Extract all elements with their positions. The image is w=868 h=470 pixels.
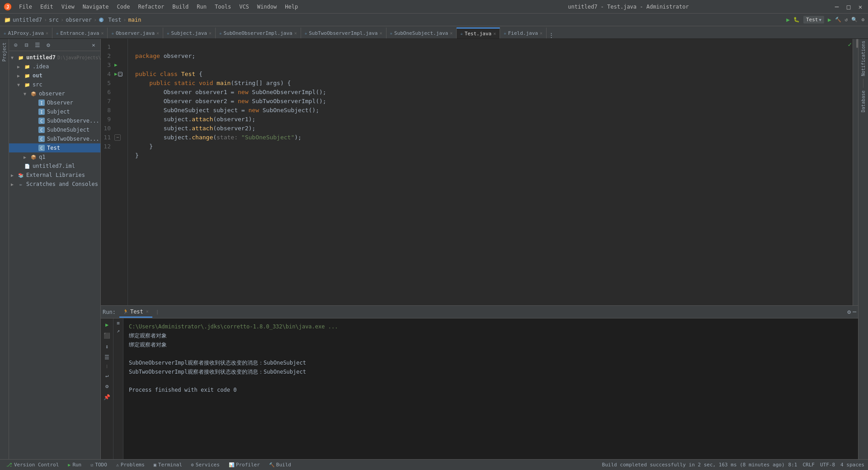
indent-settings[interactable]: 4 spaces xyxy=(840,462,864,468)
tree-item-subonesubject[interactable]: C SubOneSubject xyxy=(9,125,100,134)
tab-entrance[interactable]: ☕ Entrance.java × xyxy=(52,28,108,38)
menu-navigate[interactable]: Navigate xyxy=(79,3,113,11)
tree-item-suboneobserver[interactable]: C SubOneObserve... xyxy=(9,116,100,125)
menu-file[interactable]: File xyxy=(15,3,36,11)
minimize-button[interactable]: ─ xyxy=(833,3,841,10)
fold-indicator-11[interactable]: − xyxy=(114,134,121,141)
editor-scrollbar[interactable]: ✓ xyxy=(853,39,858,305)
notifications-panel[interactable]: Notifications xyxy=(861,41,866,76)
tab-observer[interactable]: ☕ Observer.java × xyxy=(108,28,163,38)
breadcrumb-project[interactable]: untitled7 xyxy=(13,17,42,23)
tree-item-out[interactable]: ▶ 📁 out xyxy=(9,71,100,80)
console-btn2[interactable]: ↗ xyxy=(117,328,120,334)
debug-button[interactable]: 🐛 xyxy=(793,17,800,23)
tab-a1proxy[interactable]: ☕ A1Proxy.java × xyxy=(0,28,52,38)
problems-btn[interactable]: ⚠ Problems xyxy=(113,461,147,470)
encoding[interactable]: UTF-8 xyxy=(820,462,835,468)
tab-close-suboneobserver[interactable]: × xyxy=(294,31,297,36)
breadcrumb-main[interactable]: main xyxy=(128,17,142,23)
tree-item-q1[interactable]: ▶ 📦 q1 xyxy=(9,152,100,161)
tree-item-observer-class[interactable]: I Observer xyxy=(9,98,100,107)
tree-item-scratches[interactable]: ▶ ✏ Scratches and Consoles xyxy=(9,180,100,189)
rerun-button[interactable]: ▶ xyxy=(103,320,112,329)
tab-suboneobserver[interactable]: ☕ SubOneObserverImpl.java × xyxy=(216,28,301,38)
tab-close-field[interactable]: × xyxy=(540,31,542,36)
close-button[interactable]: ✕ xyxy=(856,3,864,10)
profiler-btn[interactable]: 📊 Profiler xyxy=(226,461,263,470)
sidebar-collapse-btn[interactable]: ⊟ xyxy=(22,40,32,50)
console-btn1[interactable]: ≡ xyxy=(117,320,120,326)
menu-help[interactable]: Help xyxy=(281,3,302,11)
panel-settings-btn[interactable]: ⚙ xyxy=(847,309,851,315)
tab-close-run[interactable]: × xyxy=(146,309,149,314)
menu-refactor[interactable]: Refactor xyxy=(134,3,168,11)
menu-build[interactable]: Build xyxy=(169,3,192,11)
wrap-btn[interactable]: ↵ xyxy=(103,371,112,380)
tree-item-src[interactable]: ▼ 📁 src xyxy=(9,80,100,89)
stop-button[interactable]: ⬛ xyxy=(103,331,112,340)
tab-run-test[interactable]: 🏃 Test × xyxy=(119,307,152,318)
filter-btn[interactable]: ☰ xyxy=(103,353,112,362)
sidebar-gear-btn[interactable]: ⚙ xyxy=(43,40,53,50)
tab-subonesubject[interactable]: ☕ SubOneSubject.java × xyxy=(387,28,457,38)
run-button[interactable]: ▶ xyxy=(786,16,790,23)
menu-edit[interactable]: Edit xyxy=(37,3,57,11)
menu-run[interactable]: Run xyxy=(193,3,210,11)
tree-item-iml[interactable]: 📄 untitled7.iml xyxy=(9,161,100,171)
menu-code[interactable]: Code xyxy=(113,3,134,11)
tabs-more-button[interactable]: ⋮ xyxy=(548,32,554,38)
services-btn[interactable]: ⚙ Services xyxy=(189,461,222,470)
tab-field[interactable]: ☕ Field.java × xyxy=(500,28,547,38)
tab-close-test[interactable]: × xyxy=(493,31,496,36)
tab-close-observer[interactable]: × xyxy=(156,31,159,36)
toolbar-search-btn[interactable]: 🔍 xyxy=(851,17,858,23)
tab-close-subtwoobserver[interactable]: × xyxy=(380,31,382,36)
tab-close-entrance[interactable]: × xyxy=(101,31,104,36)
breadcrumb-src[interactable]: src xyxy=(49,17,59,23)
pin-btn[interactable]: 📌 xyxy=(103,393,112,402)
project-panel-label[interactable]: Project xyxy=(2,43,7,62)
toolbar-settings-btn[interactable]: ⚙ xyxy=(861,17,864,23)
menu-view[interactable]: View xyxy=(58,3,78,11)
tree-item-test-class[interactable]: C Test xyxy=(9,143,100,152)
tab-close-subonesubject[interactable]: × xyxy=(450,31,453,36)
code-area[interactable]: package observer; public class Test { pu… xyxy=(128,39,853,305)
run-status-btn[interactable]: ▶ Run xyxy=(65,461,84,470)
database-panel[interactable]: Database xyxy=(861,90,866,112)
run-config-dropdown[interactable]: Test ▼ xyxy=(803,16,824,24)
gear-btn[interactable]: ⚙ xyxy=(103,382,112,391)
tree-item-subject-class[interactable]: I Subject xyxy=(9,107,100,116)
build-btn[interactable]: 🔨 Build xyxy=(266,461,294,470)
todo-btn[interactable]: ☑ TODO xyxy=(88,461,110,470)
tree-item-subtwoobserver[interactable]: C SubTwoObserve... xyxy=(9,134,100,143)
sidebar-close-btn[interactable]: × xyxy=(89,40,99,50)
tab-close-subject[interactable]: × xyxy=(209,31,212,36)
tab-subtwoobserver[interactable]: ☕ SubTwoObserverImpl.java × xyxy=(301,28,387,38)
menu-window[interactable]: Window xyxy=(254,3,280,11)
maximize-button[interactable]: □ xyxy=(844,3,853,10)
breadcrumb-test[interactable]: C Test xyxy=(99,17,121,23)
line-separator[interactable]: CRLF xyxy=(802,462,815,468)
tab-test[interactable]: ☕ Test.java × xyxy=(457,28,500,38)
tree-item-untitled7[interactable]: ▼ 📁 untitled7 D:\javaProjects\ xyxy=(9,53,100,62)
terminal-btn[interactable]: ▣ Terminal xyxy=(151,461,185,470)
toolbar-sync-btn[interactable]: ↺ xyxy=(845,17,848,23)
toolbar-build-btn[interactable]: 🔨 xyxy=(835,17,841,23)
run-indicator-3[interactable]: ▶ xyxy=(114,61,123,70)
cursor-position[interactable]: 8:1 xyxy=(788,462,797,468)
breakpoint-indicator-4[interactable]: □ xyxy=(118,72,123,76)
sidebar-locate-btn[interactable]: ⊙ xyxy=(11,40,21,50)
run-config-run-btn[interactable]: ▶ xyxy=(828,16,831,23)
run-indicator-4[interactable]: ▶ xyxy=(114,70,118,79)
tree-item-external-libs[interactable]: ▶ 📚 External Libraries xyxy=(9,171,100,180)
menu-tools[interactable]: Tools xyxy=(211,3,235,11)
scroll-to-end-btn[interactable]: ↕ xyxy=(103,342,112,351)
panel-close-btn[interactable]: ─ xyxy=(853,309,856,315)
sidebar-settings-btn[interactable]: ☰ xyxy=(33,40,42,50)
tree-item-observer-pkg[interactable]: ▼ 📦 observer xyxy=(9,89,100,98)
tab-subject[interactable]: ☕ Subject.java × xyxy=(163,28,216,38)
breadcrumb-observer[interactable]: observer xyxy=(66,17,92,23)
scroll-thumb[interactable] xyxy=(856,39,858,48)
menu-vcs[interactable]: VCS xyxy=(236,3,253,11)
tree-item-idea[interactable]: ▶ 📁 .idea xyxy=(9,62,100,71)
